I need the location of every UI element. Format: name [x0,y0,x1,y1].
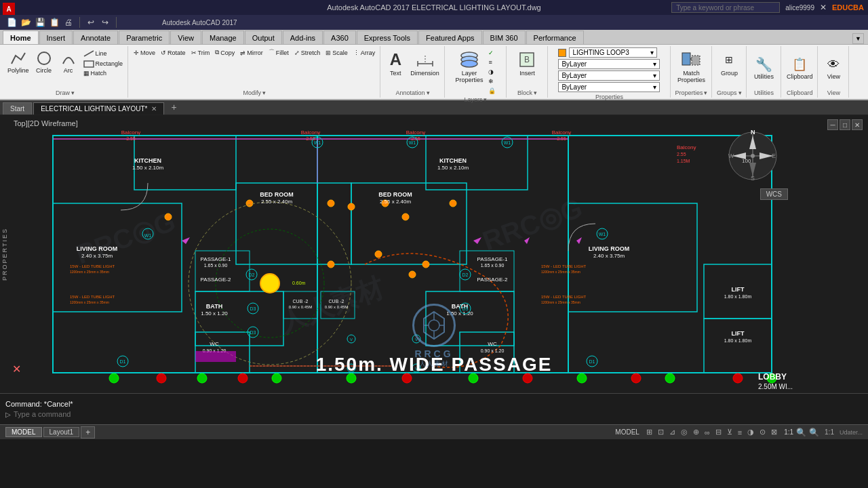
bylayer-lineweight-dropdown[interactable]: ByLayer▾ [558,82,660,92]
tab-bim360[interactable]: BIM 360 [483,30,526,44]
keyword-search-input[interactable] [671,2,780,13]
layer-match-button[interactable]: ≡ [486,58,498,66]
view-button[interactable]: 👁 View [821,54,846,82]
move-button[interactable]: ✛Move [132,47,157,58]
polar-toggle[interactable]: ◎ [679,428,689,436]
new-tab-button[interactable]: + [165,100,182,115]
svg-point-64 [733,373,743,383]
tab-featured-apps[interactable]: Featured Apps [418,30,482,44]
grid-toggle[interactable]: ⊞ [645,428,654,436]
rect-button[interactable]: Rectangle [81,59,125,68]
insert-button[interactable]: B Insert [513,47,540,88]
draw-group-label[interactable]: Draw ▾ [56,89,75,96]
mirror-button[interactable]: ⇌Mirror [238,47,265,58]
cancel-x-button[interactable]: ✕ [12,363,21,375]
tab-addins[interactable]: Add-ins [283,30,323,44]
zoom-out-button[interactable]: 🔍 [796,428,806,437]
snap-toggle[interactable]: ⊡ [656,428,665,436]
fillet-button[interactable]: ⌒Fillet [267,47,291,58]
drawing-viewport[interactable]: Top][2D Wireframe] ─ □ ✕ PROPERTIES RRC◎… [0,115,868,393]
layer-isolate-button[interactable]: ◑ [486,68,498,76]
trim-button[interactable]: ✂Trim [189,47,212,58]
array-button[interactable]: ⋮Array [351,47,378,58]
group-button[interactable]: ⊞ Group [715,47,743,88]
dimension-button[interactable]: Dimension [408,47,441,88]
doc-tab-close-icon[interactable]: ✕ [151,105,157,113]
hatch-button[interactable]: ▦Hatch [81,69,125,77]
print-button[interactable]: 🖨 [62,16,75,28]
dynmode-toggle[interactable]: ⊻ [726,428,734,436]
command-input[interactable] [14,410,863,418]
active-doc-tab[interactable]: ELECTRICAL LIGHTING LAYOUT* ✕ [33,102,164,115]
groups-group-label[interactable]: Groups ▾ [717,89,742,96]
line-button[interactable]: Line [81,49,125,58]
close-icon[interactable]: ✕ [820,3,827,12]
block-group-label[interactable]: Block ▾ [517,89,537,96]
polyline-button[interactable]: Polyline [5,47,31,76]
minimize-drawing-button[interactable]: ─ [827,119,838,130]
tab-annotate[interactable]: Annotate [73,30,118,44]
layer-properties-button[interactable]: LayerProperties [453,47,485,95]
otrack-toggle[interactable]: ∞ [703,428,711,436]
layer-freeze-button[interactable]: ❄ [486,77,498,85]
new-file-button[interactable]: 📄 [5,16,18,28]
match-properties-button[interactable]: MatchProperties [675,47,707,88]
ducs-toggle[interactable]: ⊟ [714,428,723,436]
layers-group-label[interactable]: Layers ▾ [464,96,487,103]
osnap-toggle[interactable]: ⊕ [692,428,701,436]
rotate-button[interactable]: ↺Rotate [159,47,188,58]
wcs-button[interactable]: WCS [760,188,788,200]
open-file-button[interactable]: 📂 [20,16,32,28]
lweight-toggle[interactable]: ≡ [736,428,743,436]
transparency-toggle[interactable]: ◑ [746,428,755,436]
save-button[interactable]: 💾 [34,16,46,28]
tab-insert[interactable]: Insert [39,30,73,44]
redo-button[interactable]: ↪ [99,16,111,28]
svg-point-47 [260,274,279,293]
compass-widget: N S W E 100 [726,129,780,183]
new-layout-button[interactable]: + [81,426,95,439]
layer-lock-button[interactable]: 🔒 [486,87,498,95]
bylayer-linetype-dropdown[interactable]: ByLayer▾ [558,70,660,81]
annotation-group-label[interactable]: Annotation ▾ [396,89,430,96]
tab-output[interactable]: Output [245,30,282,44]
save-as-button[interactable]: 📋 [48,16,60,28]
text-button[interactable]: A Text [384,47,407,88]
ortho-toggle[interactable]: ⊿ [668,428,677,436]
start-tab[interactable]: Start [3,102,32,115]
layer-name-dropdown[interactable]: LIGHTING LOOP3 ▾ [569,47,657,58]
undo-button[interactable]: ↩ [85,16,97,28]
tab-a360[interactable]: A360 [323,30,356,44]
make-current-layer-button[interactable]: ✓ [486,49,498,57]
model-tab[interactable]: MODEL [5,427,42,437]
model-layout-tabs: MODEL Layout1 + [5,426,95,439]
layout1-tab[interactable]: Layout1 [43,427,80,437]
tab-manage[interactable]: Manage [202,30,244,44]
stretch-button[interactable]: ⤢Stretch [292,47,323,58]
clipboard-button[interactable]: 📋 Clipboard [785,54,815,82]
tab-performance[interactable]: Performance [526,30,584,44]
svg-text:2.50M WI...: 2.50M WI... [758,383,793,390]
maximize-drawing-button[interactable]: □ [840,119,850,130]
properties2-group-label[interactable]: Properties ▾ [675,89,707,96]
svg-text:Balcony: Balcony [406,129,425,136]
scale-button[interactable]: ⊞Scale [323,47,350,58]
utilities-group-label: Utilities [754,89,774,96]
tab-home[interactable]: Home [3,30,39,44]
zoom-in-button[interactable]: 🔍 [809,428,819,437]
tab-express-tools[interactable]: Express Tools [357,30,418,44]
bylayer-color-dropdown[interactable]: ByLayer▾ [558,59,660,69]
qp-toggle[interactable]: ⊙ [758,428,767,436]
arc-button[interactable]: Arc [57,47,80,76]
circle-button[interactable]: Circle [33,47,56,76]
close-drawing-button[interactable]: ✕ [852,119,863,130]
sc-toggle[interactable]: ⊠ [770,428,778,436]
svg-text:W1: W1 [599,232,606,237]
tab-parametric[interactable]: Parametric [119,30,170,44]
copy-button[interactable]: ⧉Copy [213,47,237,58]
utilities-button[interactable]: 🔧 Utilities [751,54,776,82]
modify-group-label[interactable]: Modify ▾ [243,89,266,96]
ribbon-minimize-button[interactable]: ▼ [852,33,864,44]
svg-text:WC: WC [488,341,497,347]
tab-view[interactable]: View [170,30,201,44]
